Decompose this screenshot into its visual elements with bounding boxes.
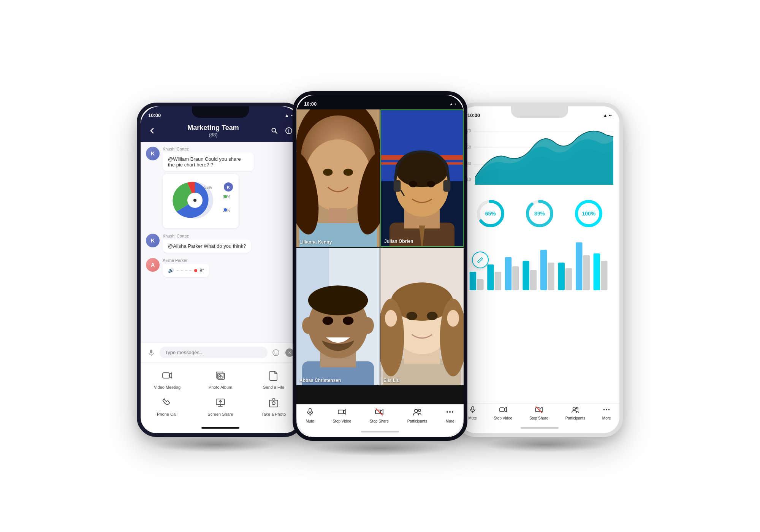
- voice-icon: 🔊: [168, 268, 174, 273]
- analytics-screen: 10:00 ▲ ▪▪ 70 50: [460, 106, 619, 433]
- video-bottom-area: [296, 385, 464, 404]
- svg-point-10: [224, 195, 227, 198]
- svg-point-34: [344, 169, 353, 176]
- donut-1: 65%: [475, 198, 506, 229]
- donut-row: 65% 89%: [466, 198, 613, 229]
- abar-participants-label: Participants: [565, 416, 585, 420]
- msg-sender-1: Khushi Cortez: [163, 147, 295, 151]
- message-group-3: A Alisha Parker 🔊 ~ ~ ~ ~ 8": [146, 258, 295, 277]
- svg-rect-111: [548, 263, 554, 290]
- control-mute[interactable]: Mute: [306, 408, 314, 423]
- svg-rect-52: [443, 180, 451, 192]
- svg-point-128: [603, 409, 605, 410]
- chat-actions-grid: Video Meeting Photo Album: [141, 362, 300, 423]
- action-screen-share[interactable]: Screen Share: [194, 393, 247, 420]
- svg-rect-106: [505, 257, 511, 290]
- svg-rect-76: [309, 408, 311, 412]
- search-button[interactable]: [269, 125, 280, 136]
- chat-input-area: ×: [141, 342, 300, 362]
- msg-sender-3: Alisha Parker: [163, 258, 295, 263]
- action-photo-album[interactable]: Photo Album: [194, 366, 247, 393]
- video-name-1: Lilianna Kenny: [299, 239, 332, 245]
- abar-stop-video[interactable]: Stop Video: [494, 406, 512, 420]
- chat-header: Marketing Team (88) i: [141, 121, 300, 142]
- svg-point-83: [415, 409, 418, 412]
- message-input[interactable]: [160, 347, 268, 358]
- control-stop-share[interactable]: Stop Share: [370, 408, 389, 423]
- action-label-photo: Photo Album: [209, 385, 232, 390]
- emoji-button[interactable]: [271, 347, 281, 358]
- control-stop-video[interactable]: Stop Video: [332, 408, 351, 423]
- svg-marker-79: [344, 410, 346, 414]
- svg-rect-114: [576, 242, 582, 290]
- control-stop-share-label: Stop Share: [370, 419, 389, 423]
- chat-subtitle: (88): [161, 132, 265, 138]
- notch-1: [192, 106, 249, 118]
- back-button[interactable]: [147, 125, 157, 136]
- mute-icon: [306, 408, 314, 418]
- chat-screen: 10:00 ▲ ▪ Marketing Team (88): [141, 106, 300, 433]
- message-group-2: K Khushi Cortez @Alisha Parker What do y…: [146, 234, 295, 253]
- control-participants[interactable]: Participants: [407, 408, 427, 423]
- svg-rect-108: [522, 261, 529, 290]
- portrait-lilianna: [296, 109, 380, 247]
- status-icons-1: ▲ ▪: [285, 112, 293, 118]
- svg-point-60: [302, 317, 314, 334]
- msg-bubble-2: @Alisha Parker What do you think?: [163, 239, 251, 253]
- svg-rect-119: [472, 407, 474, 410]
- action-send-file[interactable]: Send a File: [247, 366, 300, 393]
- donut-ring-3: 100%: [573, 198, 604, 229]
- phone-1-wrapper: 10:00 ▲ ▪ Marketing Team (88): [137, 95, 293, 437]
- svg-point-84: [418, 409, 421, 412]
- notch-3: [511, 106, 568, 118]
- svg-rect-110: [540, 250, 547, 290]
- phone-2-wrapper: 10:00 ▲ ▪: [293, 91, 467, 441]
- svg-rect-109: [530, 270, 537, 290]
- time-3: 10:00: [467, 112, 480, 118]
- action-label-screen: Screen Share: [207, 412, 233, 416]
- control-stop-video-label: Stop Video: [332, 419, 351, 423]
- area-chart: 70 50 30 10: [466, 125, 613, 193]
- control-more-label: More: [446, 419, 454, 423]
- fab-edit-button[interactable]: [472, 252, 489, 268]
- svg-rect-105: [495, 272, 501, 290]
- svg-marker-20: [169, 373, 172, 378]
- svg-point-11: [224, 208, 227, 211]
- svg-point-126: [573, 407, 575, 410]
- action-label-camera: Take a Photo: [261, 412, 286, 416]
- msg-bubble-1: @William Braun Could you share the pie c…: [163, 152, 254, 171]
- svg-rect-116: [594, 253, 600, 290]
- portrait-abbas: [296, 248, 380, 385]
- area-chart-svg: 70 50 30 10: [466, 125, 613, 193]
- abar-stop-share-icon: [535, 406, 543, 415]
- mic-button[interactable]: [146, 347, 157, 358]
- send-file-icon: [268, 370, 279, 383]
- photo-album-icon: [215, 370, 226, 383]
- action-video-meeting[interactable]: Video Meeting: [141, 366, 194, 393]
- donut-value-3: 100%: [582, 211, 595, 217]
- shadow-1: [152, 437, 277, 452]
- abar-mute-icon: [469, 406, 477, 415]
- abar-stop-share[interactable]: Stop Share: [529, 406, 548, 420]
- abar-participants[interactable]: Participants: [565, 406, 585, 420]
- svg-point-49: [427, 181, 435, 187]
- action-label-phone: Phone Call: [157, 412, 177, 416]
- abar-mute[interactable]: Mute: [468, 406, 477, 420]
- battery-icon-3: ▪▪: [609, 113, 612, 117]
- abar-more[interactable]: More: [602, 406, 611, 420]
- svg-point-6: [193, 199, 196, 202]
- svg-rect-107: [512, 266, 519, 290]
- control-more[interactable]: More: [446, 408, 454, 423]
- phone-call-icon: [162, 397, 173, 410]
- donut-value-1: 65%: [485, 211, 496, 217]
- action-phone-call[interactable]: Phone Call: [141, 393, 194, 420]
- recording-dot: [194, 269, 197, 272]
- home-bar-2: [296, 426, 464, 437]
- action-take-photo[interactable]: Take a Photo: [247, 393, 300, 420]
- svg-point-48: [409, 181, 417, 187]
- svg-point-18: [277, 352, 277, 352]
- abar-stop-video-icon: [499, 406, 507, 415]
- svg-rect-104: [487, 264, 494, 290]
- phone-2: 10:00 ▲ ▪: [293, 91, 467, 441]
- svg-point-61: [362, 317, 374, 334]
